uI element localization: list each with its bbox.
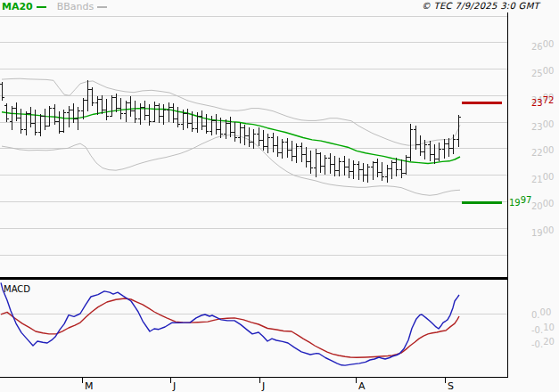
macd-axis-label-0.00: 0.00 [531,307,551,320]
month-label-M: M [85,380,94,392]
ma20-legend-label: MA20 [2,1,33,12]
macd-line [1,282,459,365]
month-label-S: S [448,380,454,392]
chart-legend: MA20 BBands [2,1,107,12]
alert-label-2372: 2372 [531,95,554,108]
copyright-text: © TEC 7/9/2025 3:0 GMT [422,1,539,11]
alert-label-1997: 1997 [509,195,531,208]
price-axis-label-2000: 2000 [531,199,554,211]
price-axis-label-2500: 2500 [531,66,554,78]
price-axis-label-2600: 2600 [531,39,554,52]
macd-axis-label--0.20: -0.20 [531,337,555,349]
panel-separator [0,277,507,280]
price-axis-label-2200: 2200 [531,145,554,158]
macd-panel-label: MACD [4,284,30,294]
bbands-legend-swatch [97,6,107,8]
bollinger-lower-band-line [2,135,460,196]
price-axis-label-2100: 2100 [531,172,554,184]
chart-canvas[interactable]: 2600250024002300220021002000190023721997… [0,0,559,392]
price-axis-label-2300: 2300 [531,119,554,132]
month-label-J: J [261,380,265,392]
macd-signal-line [1,298,459,357]
macd-axis-label--0.10: -0.10 [531,323,555,335]
bbands-legend-label: BBands [57,1,95,12]
month-label-J: J [172,380,176,392]
price-axis-label-1900: 1900 [531,225,554,238]
ma20-legend-swatch [37,6,46,8]
stock-chart-window: 2600250024002300220021002000190023721997… [0,0,559,392]
month-label-A: A [358,380,366,392]
